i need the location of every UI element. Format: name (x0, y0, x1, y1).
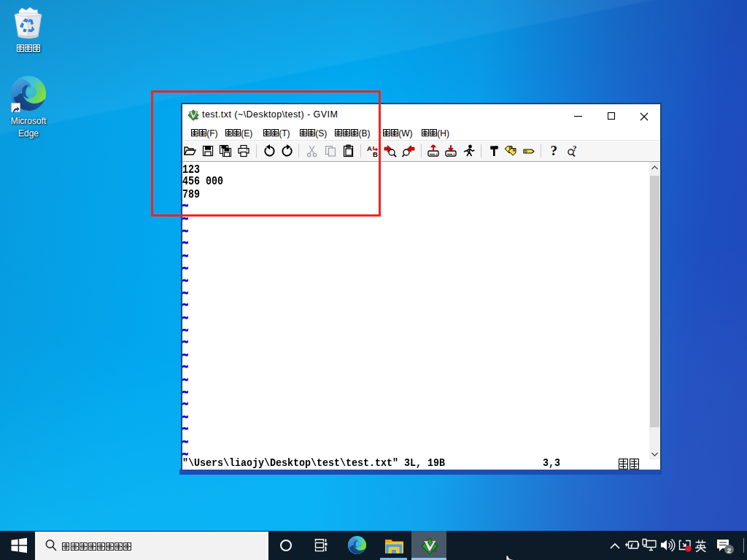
svg-text:2: 2 (727, 546, 731, 554)
svg-text:?: ? (551, 144, 558, 158)
